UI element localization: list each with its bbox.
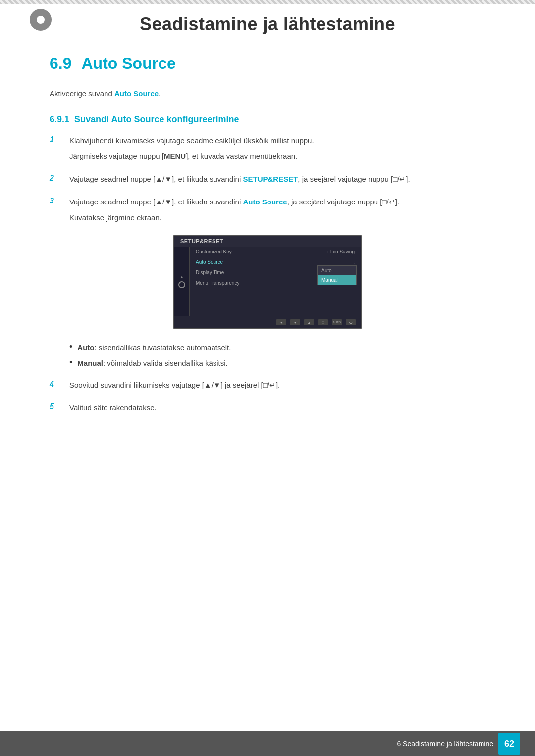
bullet-auto-text: Auto: sisendallikas tuvastatakse automaa… [77, 342, 231, 353]
main-content: 6.9 Auto Source Aktiveerige suvand Auto … [0, 54, 535, 464]
step-1-subtext: Järgmiseks vajutage nuppu [MENU], et kuv… [69, 151, 485, 162]
steps-list: 1 Klahvijuhendi kuvamiseks vajutage sead… [50, 135, 485, 224]
step-1: 1 Klahvijuhendi kuvamiseks vajutage sead… [50, 135, 485, 162]
menu-item-customized-value: : Eco Saving [327, 249, 355, 254]
subsection-title-text: Suvandi Auto Source konfigureerimine [74, 114, 239, 124]
bullet-list: • Auto: sisendallikas tuvastatakse autom… [69, 342, 485, 369]
submenu-auto: Auto [318, 266, 356, 275]
step-3-number: 3 [50, 196, 59, 205]
chapter-icon-inner [37, 16, 45, 24]
page-footer: 6 Seadistamine ja lähtestamine 62 [0, 731, 535, 756]
section-title-text: Auto Source [81, 54, 175, 73]
bullet-auto-bold: Auto [77, 343, 94, 352]
menu-item-customized-label: Customized Key [196, 249, 232, 254]
step-1-text: Klahvijuhendi kuvamiseks vajutage seadme… [69, 136, 314, 145]
btn-up: ▲ [304, 319, 314, 325]
chapter-icon [30, 9, 52, 31]
step-2-bold: SETUP&RESET [243, 175, 298, 183]
page-title: Seadistamine ja lähtestamine [30, 14, 505, 35]
menu-items: Customized Key : Eco Saving Auto Source … [189, 247, 361, 316]
submenu-manual: Manual [318, 275, 356, 285]
submenu-panel: Auto Manual [317, 265, 357, 285]
step-4: 4 Soovitud suvandini liikumiseks vajutag… [50, 379, 485, 391]
step-5-content: Valitud säte rakendatakse. [69, 402, 485, 414]
bullet-dot-1: • [69, 342, 72, 353]
gear-icon [178, 281, 185, 288]
step-2-number: 2 [50, 173, 59, 183]
step-4-number: 4 [50, 379, 59, 389]
btn-left: ◄ [276, 319, 286, 325]
step-4-content: Soovitud suvandini liikumiseks vajutage … [69, 379, 485, 391]
step-3-content: Vajutage seadmel nuppe [▲/▼], et liikuda… [69, 196, 485, 224]
menu-body: ▲ Customized Key : Eco Saving Auto Sourc… [174, 247, 361, 316]
monitor-screenshot: SETUP&RESET ▲ Customized Key : Eco Savin… [173, 235, 362, 329]
btn-auto: AUTO [332, 319, 342, 325]
monitor-screen: SETUP&RESET ▲ Customized Key : Eco Savin… [173, 235, 362, 329]
step-2: 2 Vajutage seadmel nuppe [▲/▼], et liiku… [50, 173, 485, 185]
menu-item-autosource-value: : [353, 259, 355, 265]
menu-bold: MENU [164, 152, 186, 160]
step-1-number: 1 [50, 135, 59, 144]
menu-item-displaytime-label: Display Time [196, 270, 224, 275]
footer-page-number: 62 [498, 733, 520, 755]
menu-item-autosource-label: Auto Source [196, 259, 223, 265]
bullet-item-auto: • Auto: sisendallikas tuvastatakse autom… [69, 342, 485, 353]
steps-list-2: 4 Soovitud suvandini liikumiseks vajutag… [50, 379, 485, 414]
menu-sidebar: ▲ [174, 247, 189, 316]
step-3-subtext: Kuvatakse järgmine ekraan. [69, 212, 485, 224]
menu-item-customized: Customized Key : Eco Saving [190, 247, 361, 257]
btn-down: ▼ [290, 319, 300, 325]
intro-paragraph: Aktiveerige suvand Auto Source. [50, 88, 485, 100]
bullet-manual-text: Manual: võimaldab valida sisendallika kä… [77, 357, 227, 369]
bullet-dot-2: • [69, 357, 72, 368]
subsection-heading: 6.9.1 Suvandi Auto Source konfigureerimi… [50, 114, 485, 125]
intro-bold-link: Auto Source [114, 89, 159, 98]
section-number: 6.9 [50, 54, 71, 73]
intro-suffix: . [159, 89, 160, 98]
step-3-bold: Auto Source [243, 198, 287, 206]
subsection-number: 6.9.1 [50, 114, 69, 124]
menu-bottom-bar: ◄ ▼ ▲ □ AUTO ⏻ [174, 316, 361, 328]
menu-bar: SETUP&RESET [174, 236, 361, 247]
step-5: 5 Valitud säte rakendatakse. [50, 402, 485, 414]
step-2-content: Vajutage seadmel nuppe [▲/▼], et liikuda… [69, 173, 485, 185]
page-header: Seadistamine ja lähtestamine [0, 4, 535, 54]
section-heading: 6.9 Auto Source [50, 54, 485, 73]
top-decorative-bar [0, 0, 535, 4]
intro-prefix: Aktiveerige suvand [50, 89, 114, 98]
step-3: 3 Vajutage seadmel nuppe [▲/▼], et liiku… [50, 196, 485, 224]
menu-title: SETUP&RESET [180, 238, 223, 244]
menu-item-transparency-label: Menu Transparency [196, 280, 239, 286]
bullet-manual-bold: Manual [77, 359, 103, 367]
step-1-content: Klahvijuhendi kuvamiseks vajutage seadme… [69, 135, 485, 162]
btn-enter: □ [318, 319, 328, 325]
bullet-item-manual: • Manual: võimaldab valida sisendallika … [69, 357, 485, 369]
step-5-number: 5 [50, 402, 59, 411]
btn-power: ⏻ [346, 319, 356, 325]
footer-text: 6 Seadistamine ja lähtestamine [397, 740, 493, 748]
